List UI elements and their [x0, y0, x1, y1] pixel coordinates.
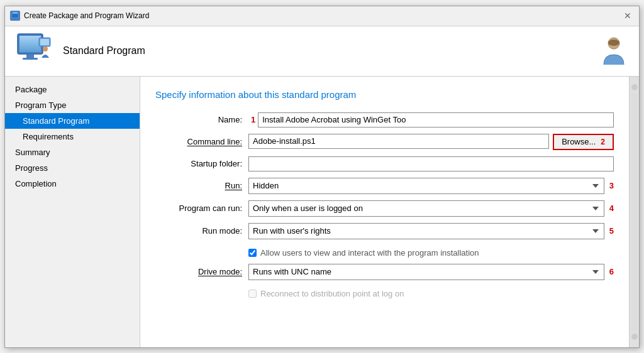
drive-mode-badge: 6	[609, 267, 614, 276]
panel-title: Specify information about this standard …	[155, 89, 614, 100]
wizard-header-left: Standard Program	[15, 33, 145, 70]
startup-folder-input-col	[248, 156, 614, 171]
name-badge: 1	[251, 115, 255, 124]
browse-button[interactable]: Browse... 2	[553, 134, 614, 150]
sidebar-item-standard-program[interactable]: Standard Program	[5, 113, 140, 129]
title-bar-title: Create Package and Program Wizard	[24, 11, 149, 20]
startup-folder-input[interactable]	[248, 156, 614, 171]
run-label: Run:	[155, 181, 248, 190]
allow-interact-checkbox[interactable]	[248, 249, 257, 257]
drive-mode-label: Drive mode:	[155, 267, 248, 276]
run-row: Run: Hidden Normal Minimized Maximized	[155, 178, 614, 194]
command-line-label: Command line:	[155, 137, 248, 146]
wizard-header-title: Standard Program	[63, 45, 145, 57]
program-can-run-row: Program can run: Only when a user is log…	[155, 200, 614, 217]
sidebar: Package Program Type Standard Program Re…	[5, 77, 140, 347]
main-panel: Specify information about this standard …	[140, 77, 629, 347]
run-mode-label: Run mode:	[155, 226, 248, 236]
svg-point-10	[43, 46, 48, 52]
reconnect-checkbox[interactable]	[248, 290, 257, 298]
person-icon	[599, 36, 629, 66]
sidebar-item-progress[interactable]: Progress	[5, 160, 140, 176]
sidebar-item-package[interactable]: Package	[5, 82, 140, 97]
name-input-col: 1	[248, 112, 614, 128]
title-bar-left: Create Package and Program Wizard	[10, 11, 149, 21]
run-mode-select[interactable]: Run with user's rights Run with administ…	[248, 223, 604, 239]
command-line-row: Command line: Browse... 2	[155, 134, 614, 150]
svg-rect-6	[26, 54, 34, 58]
sidebar-item-summary[interactable]: Summary	[5, 144, 140, 160]
sidebar-item-completion[interactable]: Completion	[5, 176, 140, 192]
svg-rect-9	[40, 39, 49, 45]
allow-interact-label[interactable]: Allow users to view and interact with th…	[248, 248, 479, 258]
wizard-header: Standard Program	[5, 26, 639, 77]
close-button[interactable]: ✕	[621, 9, 634, 22]
name-row: Name: 1	[155, 112, 614, 128]
name-input[interactable]	[258, 112, 614, 128]
wizard-app-icon	[10, 11, 20, 21]
command-line-input-col: Browse... 2	[248, 134, 614, 150]
wizard-window: Create Package and Program Wizard ✕	[4, 6, 640, 348]
computer-icon	[15, 33, 53, 70]
browse-badge: 2	[601, 138, 605, 146]
run-badge: 3	[609, 181, 614, 190]
program-can-run-select[interactable]: Only when a user is logged on Whether or…	[248, 200, 604, 217]
run-mode-col: Run with user's rights Run with administ…	[248, 223, 614, 239]
reconnect-row: Reconnect to distribution point at log o…	[248, 286, 614, 298]
svg-rect-7	[23, 58, 38, 60]
run-mode-row: Run mode: Run with user's rights Run wit…	[155, 223, 614, 239]
scroll-up-icon[interactable]	[631, 84, 638, 90]
name-label: Name:	[155, 115, 248, 124]
sidebar-item-requirements[interactable]: Requirements	[5, 129, 140, 144]
sidebar-item-program-type[interactable]: Program Type	[5, 97, 140, 113]
reconnect-label[interactable]: Reconnect to distribution point at log o…	[248, 289, 404, 298]
drive-mode-col: Runs with UNC name Requires drive letter…	[248, 264, 614, 280]
startup-folder-row: Startup folder:	[155, 156, 614, 171]
program-can-run-col: Only when a user is logged on Whether or…	[248, 200, 614, 217]
svg-point-12	[608, 40, 619, 46]
scroll-track	[631, 93, 638, 331]
right-strip	[629, 77, 639, 347]
drive-mode-select[interactable]: Runs with UNC name Requires drive letter…	[248, 264, 604, 280]
command-line-input[interactable]	[248, 134, 549, 149]
content-area: Package Program Type Standard Program Re…	[5, 77, 639, 347]
run-select[interactable]: Hidden Normal Minimized Maximized	[248, 178, 604, 194]
svg-rect-2	[12, 14, 18, 18]
scroll-down-icon[interactable]	[631, 334, 638, 340]
run-mode-badge: 5	[609, 226, 614, 236]
startup-folder-label: Startup folder:	[155, 159, 248, 168]
browse-button-label: Browse...	[562, 137, 596, 146]
drive-mode-row: Drive mode: Runs with UNC name Requires …	[155, 264, 614, 280]
title-bar: Create Package and Program Wizard ✕	[5, 6, 639, 26]
allow-interact-row: Allow users to view and interact with th…	[248, 246, 614, 258]
program-can-run-badge: 4	[609, 204, 614, 213]
run-select-col: Hidden Normal Minimized Maximized 3	[248, 178, 614, 194]
program-can-run-label: Program can run:	[155, 204, 248, 213]
svg-rect-5	[19, 36, 41, 52]
